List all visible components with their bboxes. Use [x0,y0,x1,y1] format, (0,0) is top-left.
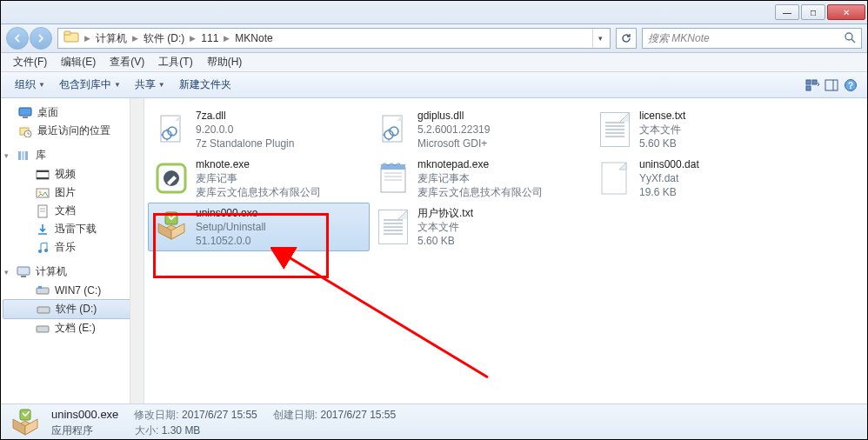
forward-button[interactable] [30,27,52,50]
svg-rect-31 [38,286,42,289]
refresh-button[interactable] [616,28,637,49]
close-button[interactable]: ✕ [827,4,865,20]
notepad-icon [376,161,411,196]
view-options-button[interactable] [803,76,822,95]
download-icon [36,223,50,237]
status-size-value: 1.30 MB [162,424,201,437]
file-detail: 5.60 KB [639,137,685,150]
svg-point-26 [38,250,42,253]
expand-icon: ▾ [4,268,9,277]
svg-rect-12 [23,117,28,118]
breadcrumb[interactable]: 111 [197,30,222,46]
address-bar[interactable]: ▶ 计算机 ▶ 软件 (D:) ▶ 111 ▶ MKNote ▾ [57,28,611,49]
menu-edit[interactable]: 编辑(E) [54,53,103,71]
file-name: mknote.exe [196,157,321,171]
back-button[interactable] [6,27,29,50]
svg-rect-29 [21,276,26,277]
file-name: unins000.exe [196,206,266,220]
file-item[interactable]: mknote.exe麦库记事麦库云文信息技术有限公司 [148,154,370,203]
status-create-value: 2017/6/27 15:55 [320,409,396,421]
sidebar-item-recent[interactable]: 最近访问的位置 [1,122,144,140]
menu-view[interactable]: 查看(V) [103,53,151,71]
sidebar-scrollbar[interactable] [130,98,144,403]
sidebar-item-label: 视频 [55,167,76,182]
file-detail: 9.20.0.0 [196,123,294,137]
file-detail: 文本文件 [417,220,473,234]
svg-rect-28 [17,267,30,275]
sidebar-item-drive-c[interactable]: WIN7 (C:) [1,282,144,299]
sidebar-item-xunlei[interactable]: 迅雷下载 [1,220,144,238]
preview-pane-button[interactable] [822,76,841,95]
status-filetype: 应用程序 [51,423,119,438]
sidebar-item-music[interactable]: 音乐 [1,238,144,257]
search-input[interactable]: 搜索 MKNote [642,28,862,49]
share-button[interactable]: 共享▼ [128,75,172,95]
sidebar-item-pictures[interactable]: 图片 [1,183,144,202]
file-detail: 麦库记事本 [417,171,543,185]
sidebar-group-libraries[interactable]: ▾ 库 [1,145,144,165]
svg-text:?: ? [848,81,853,90]
chevron-down-icon: ▼ [158,81,165,89]
svg-rect-1 [64,31,70,35]
command-bar: 组织▼ 包含到库中▼ 共享▼ 新建文件夹 ? [1,72,867,98]
svg-point-22 [39,190,42,193]
maximize-button[interactable]: □ [801,4,825,20]
sidebar-item-desktop[interactable]: 桌面 [1,103,144,122]
chevron-down-icon: ▼ [114,81,121,89]
installer-icon [154,210,189,244]
breadcrumb[interactable]: 计算机 [92,30,130,48]
video-icon [36,168,50,182]
details-pane: unins000.exe 修改日期: 2017/6/27 15:55 创建日期:… [1,403,867,440]
sidebar-item-label: 桌面 [37,105,58,120]
file-detail: Setup/Uninstall [196,220,266,234]
minimize-button[interactable]: — [775,4,799,20]
blank-icon [598,161,632,196]
address-row: ▶ 计算机 ▶ 软件 (D:) ▶ 111 ▶ MKNote ▾ 搜索 MKNo… [1,24,867,53]
expand-icon: ▾ [4,151,9,160]
file-item[interactable]: 用户协议.txt文本文件5.60 KB [370,203,591,251]
file-item[interactable]: license.txt文本文件5.60 KB [591,105,813,154]
svg-rect-6 [806,86,811,90]
drive-icon [37,303,50,317]
file-item[interactable]: 7za.dll9.20.0.07z Standalone Plugin [148,105,370,154]
sidebar-item-drive-d[interactable]: 软件 (D:) [3,299,142,319]
breadcrumb[interactable]: 软件 (D:) [140,30,188,48]
chevron-right-icon: ▶ [222,34,231,43]
file-detail: 文本文件 [639,123,685,137]
new-folder-button[interactable]: 新建文件夹 [172,75,238,95]
help-button[interactable]: ? [841,76,860,95]
sidebar-group-computer[interactable]: ▾ 计算机 [1,262,144,282]
sidebar-item-drive-e[interactable]: 文档 (E:) [1,319,144,337]
file-detail: 7z Standalone Plugin [196,137,294,150]
search-placeholder: 搜索 MKNote [648,31,710,46]
folder-icon [60,30,83,47]
music-icon [36,241,50,255]
file-item[interactable]: unins000.datYyXf.dat19.6 KB [591,154,813,203]
file-detail: 麦库云文信息技术有限公司 [196,185,321,199]
menu-help[interactable]: 帮助(H) [200,53,250,71]
sidebar-item-label: 音乐 [55,240,76,255]
file-name: 7za.dll [196,109,294,123]
breadcrumb[interactable]: MKNote [231,30,276,46]
include-library-button[interactable]: 包含到库中▼ [52,75,128,95]
status-mod-value: 2017/6/27 15:55 [182,409,257,421]
file-item[interactable]: gdiplus.dll5.2.6001.22319Microsoft GDI+ [370,105,591,154]
sidebar-item-documents[interactable]: 文档 [1,202,144,220]
file-item[interactable]: unins000.exeSetup/Uninstall51.1052.0.0 [148,203,370,251]
file-detail: 麦库云文信息技术有限公司 [417,185,543,199]
chevron-right-icon: ▶ [83,34,92,43]
menu-tools[interactable]: 工具(T) [151,53,199,71]
svg-rect-5 [812,80,817,84]
window-titlebar: — □ ✕ [1,1,867,24]
menu-file[interactable]: 文件(F) [6,53,54,71]
file-detail: YyXf.dat [639,171,699,185]
organize-button[interactable]: 组织▼ [8,75,52,95]
file-item[interactable]: mknotepad.exe麦库记事本麦库云文信息技术有限公司 [370,154,591,203]
file-name: 用户协议.txt [417,206,473,220]
installer-icon [10,407,41,438]
file-detail: 麦库记事 [196,171,321,185]
address-dropdown[interactable]: ▾ [592,29,608,48]
svg-rect-19 [37,170,49,172]
sidebar-item-videos[interactable]: 视频 [1,165,144,183]
sidebar-item-label: 库 [36,148,46,163]
